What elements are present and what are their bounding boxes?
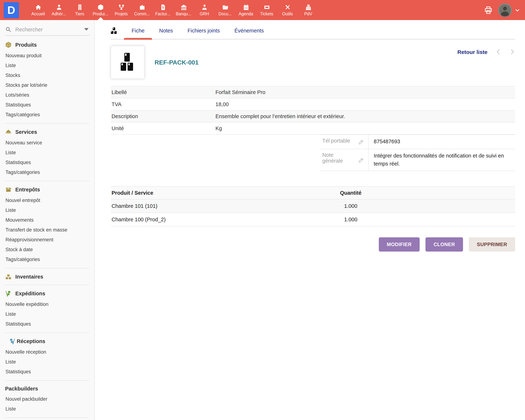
search-icon [5, 26, 11, 33]
sidebar-item[interactable]: Réapprovisionnement [5, 235, 89, 245]
field-row-unite: Unité Kg [111, 122, 515, 134]
modify-button[interactable]: MODIFIER [379, 238, 420, 252]
sidebar-item[interactable]: Transfert de stock en masse [5, 225, 89, 235]
action-buttons: MODIFIER CLONER SUPPRIMER [111, 238, 515, 252]
section-services-header[interactable]: Services [5, 128, 89, 136]
edit-pencil-icon[interactable] [358, 139, 364, 145]
search-dropdown-caret-icon[interactable] [84, 28, 89, 31]
next-chevron-icon[interactable] [509, 49, 515, 55]
section-title: Packbuilders [5, 386, 38, 392]
sidebar-item[interactable]: Statistiques [5, 367, 89, 377]
menu-label: Projets [115, 12, 128, 16]
extra-info-panel: Tél portable 875487693 Note générale Int… [319, 135, 515, 171]
menu-pos[interactable]: PdV [298, 0, 319, 20]
edit-pencil-icon[interactable] [358, 157, 364, 163]
field-value: Ensemble complet pour l’entretien intéri… [215, 110, 515, 122]
sidebar-item[interactable]: Statistiques [5, 100, 89, 110]
pack-line-product[interactable]: Chambre 100 (Prod_2) [111, 213, 314, 226]
section-packbuilders-header[interactable]: Packbuilders [5, 385, 89, 393]
menu-thirdparties[interactable]: Tiers [69, 0, 90, 20]
tab-fiche[interactable]: Fiche [131, 28, 145, 34]
tab-evenements[interactable]: Événements [234, 28, 264, 34]
sidebar-item[interactable]: Nouvelle expédition [5, 299, 89, 309]
menu-projects[interactable]: Projets [111, 0, 131, 20]
member-icon [56, 4, 62, 10]
sidebar-item[interactable]: Lots/séries [5, 90, 89, 100]
menu-label: GRH [200, 12, 209, 16]
menu-products[interactable]: Produi... [90, 0, 111, 20]
bank-icon [180, 4, 187, 10]
sidebar-item[interactable]: Nouvel packbuilder [5, 394, 89, 404]
phone-value: 875487693 [369, 135, 515, 149]
section-receptions-header[interactable]: Réceptions [5, 337, 89, 346]
pack-line-qty: 1.000 [314, 213, 389, 226]
sidebar-item[interactable]: Stocks [5, 70, 89, 80]
pack-content-table: Produit / Service Quantité Chambre 101 (… [111, 187, 515, 227]
menu-label: Produi... [93, 12, 108, 16]
print-icon[interactable] [484, 5, 493, 15]
menu-commerce[interactable]: Comm... [131, 0, 152, 20]
table-row: Chambre 101 (101) 1.000 [111, 199, 515, 213]
pack-line-qty: 1.000 [314, 199, 389, 213]
sidebar-item[interactable]: Statistiques [5, 319, 89, 329]
section-title: Expéditions [15, 290, 45, 296]
sidebar-item[interactable]: Liste [5, 148, 89, 158]
back-to-list-link[interactable]: Retour liste [457, 49, 488, 55]
menu-label: PdV [304, 12, 312, 16]
sidebar-item[interactable]: Liste [5, 61, 89, 70]
section-entrepots-header[interactable]: Entrepôts [5, 185, 89, 194]
clone-button[interactable]: CLONER [425, 238, 463, 252]
menu-billing[interactable]: $ Factur... [152, 0, 173, 20]
product-cube-icon [5, 42, 12, 48]
folder-icon [222, 4, 228, 10]
tab-fichiers-joints[interactable]: Fichiers joints [188, 28, 220, 34]
menu-label: Docu... [219, 12, 232, 16]
pack-line-product[interactable]: Chambre 101 (101) [111, 199, 314, 213]
menu-hrm[interactable]: GRH [194, 0, 215, 20]
dolibarr-logo[interactable]: D [4, 2, 19, 18]
sidebar-item[interactable]: Tags/catégories [5, 167, 89, 177]
sidebar-item[interactable]: Nouvelle réception [5, 347, 89, 357]
section-produits-header[interactable]: Produits [5, 40, 89, 49]
sidebar-item[interactable]: Stock à date [5, 245, 89, 254]
sidebar-item[interactable]: Tags/catégories [5, 254, 89, 264]
menu-agenda[interactable]: Agenda [235, 0, 256, 20]
menu-members[interactable]: Adhér... [48, 0, 69, 20]
phone-label: Tél portable [319, 135, 354, 149]
user-menu[interactable] [498, 3, 520, 17]
menu-home[interactable]: Accueil [28, 0, 48, 20]
page: D Accueil Adhér... Tiers Produi... Proje… [0, 0, 525, 420]
sidebar-item[interactable]: Statistiques [5, 158, 89, 167]
field-row-libelle: Libellé Forfait Séminaire Pro [111, 86, 515, 98]
menu-tickets[interactable]: Tickets [256, 0, 277, 20]
menu-label: Agenda [239, 12, 253, 16]
sidebar-item[interactable]: Stocks par lot/série [5, 80, 89, 90]
section-entrepots: Entrepôts Nouvel entrepôt Liste Mouvemen… [5, 181, 89, 268]
sidebar-item[interactable]: Nouveau produit [5, 51, 89, 61]
section-title: Produits [15, 42, 37, 48]
sidebar-item[interactable]: Nouvel entrepôt [5, 196, 89, 205]
sidebar-item[interactable]: Liste [5, 404, 89, 414]
menu-tools[interactable]: Outils [277, 0, 298, 20]
sidebar-item[interactable]: Mouvements [5, 215, 89, 225]
sidebar-item[interactable]: Liste [5, 309, 89, 319]
tab-notes[interactable]: Notes [159, 28, 173, 34]
menu-documents[interactable]: Docu... [215, 0, 235, 20]
prev-chevron-icon[interactable] [496, 49, 501, 55]
sidebar-item[interactable]: Nouveau service [5, 138, 89, 148]
delete-button[interactable]: SUPPRIMER [469, 238, 515, 252]
menu-label: Accueil [31, 12, 45, 16]
sidebar-item[interactable]: Liste [5, 205, 89, 215]
sidebar-item[interactable]: Tags/catégories [5, 110, 89, 120]
svg-text:$: $ [162, 6, 164, 9]
menu-bank[interactable]: Banqu... [173, 0, 194, 20]
reception-trolley-icon [9, 338, 15, 345]
section-expeditions-header[interactable]: Expéditions [5, 289, 89, 298]
search-input[interactable] [15, 26, 84, 33]
sidebar-item[interactable]: Liste [5, 357, 89, 367]
section-inventaires-header[interactable]: Inventaires [5, 272, 89, 281]
section-title: Entrepôts [15, 187, 40, 193]
col-quantite: Quantité [314, 187, 389, 199]
shipment-trolley-icon [5, 290, 12, 297]
menu-label: Banqu... [176, 12, 191, 16]
